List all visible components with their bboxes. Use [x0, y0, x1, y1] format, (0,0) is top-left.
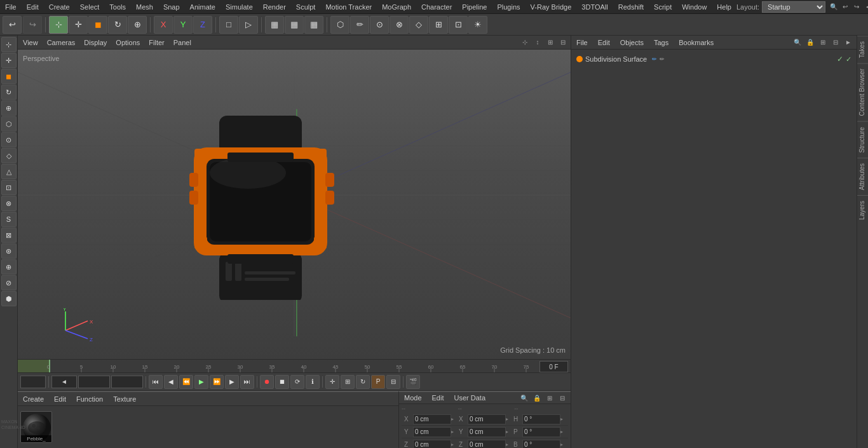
h-input[interactable]: 0 ° — [522, 414, 560, 424]
move-tool-pb[interactable]: ✛ — [325, 375, 339, 389]
menu-edit[interactable]: Edit — [22, 2, 44, 12]
y-pos-input[interactable]: 0 cm — [413, 427, 451, 437]
axis-x-btn[interactable]: X — [154, 16, 173, 34]
arrow-left-icon[interactable]: ◄ — [862, 1, 868, 13]
attr-menu-edit[interactable]: Edit — [430, 393, 447, 403]
extrude-btn[interactable]: ⊗ — [390, 16, 409, 34]
layout-select[interactable]: Startup — [762, 1, 825, 13]
grid-btn[interactable]: ⊞ — [429, 16, 448, 34]
menu-plugins[interactable]: Plugins — [492, 2, 525, 12]
left-tool-6[interactable]: ⬡ — [1, 116, 17, 132]
menu-pipeline[interactable]: Pipeline — [457, 2, 492, 12]
attr-collapse-icon[interactable]: ⊟ — [557, 392, 568, 404]
mat-menu-create[interactable]: Create — [20, 394, 46, 404]
render-region-btn[interactable]: ▦ — [265, 16, 284, 34]
scale-tool-btn[interactable]: ◼ — [88, 16, 107, 34]
obj-menu-edit[interactable]: Edit — [595, 37, 613, 48]
left-tool-4[interactable]: ↻ — [1, 85, 17, 100]
undo-btn[interactable]: ↩ — [3, 16, 22, 34]
obj-menu-objects[interactable]: Objects — [618, 37, 646, 48]
frame-end-display[interactable]: 90 F — [78, 376, 110, 388]
z2-pos-input[interactable]: 0 cm — [468, 440, 506, 449]
attr-expand-icon[interactable]: ⊞ — [544, 392, 555, 404]
x-pos-input[interactable]: 0 cm — [413, 414, 451, 424]
obj-menu-tags[interactable]: Tags — [651, 37, 671, 48]
undo-icon[interactable]: ↩ — [839, 1, 851, 13]
mat-menu-texture[interactable]: Texture — [111, 394, 139, 404]
attr-menu-userdata[interactable]: User Data — [452, 393, 489, 403]
play-btn[interactable]: ▶ — [194, 375, 208, 389]
left-tool-16[interactable]: ⊘ — [1, 275, 17, 290]
mat-menu-edit[interactable]: Edit — [51, 394, 69, 404]
z-pos-input[interactable]: 0 cm — [413, 440, 451, 449]
side-tab-content[interactable]: Content Browser — [857, 63, 868, 121]
prev-frame-btn[interactable]: ◀ — [164, 375, 178, 389]
left-tool-7[interactable]: ⊙ — [1, 132, 17, 147]
left-tool-17[interactable]: ⬢ — [1, 291, 17, 306]
view-menu-cameras[interactable]: Cameras — [44, 37, 78, 48]
side-tab-takes[interactable]: Takes — [857, 36, 868, 63]
viewport-icon-4[interactable]: ⊟ — [558, 37, 568, 48]
obj-arrow-right-icon[interactable]: ► — [843, 37, 854, 48]
view-menu-view[interactable]: View — [20, 37, 41, 48]
redo-btn[interactable]: ↪ — [23, 16, 42, 34]
render-anim-btn[interactable]: ▦ — [304, 16, 323, 34]
x2-pos-input[interactable]: 0 cm — [468, 414, 506, 424]
menu-window[interactable]: Window — [677, 2, 712, 12]
frame-end-input[interactable]: 90 F — [111, 376, 143, 388]
attr-search-icon[interactable]: 🔍 — [519, 392, 530, 404]
left-tool-5[interactable]: ⊕ — [1, 100, 17, 116]
light-btn[interactable]: ☀ — [468, 16, 487, 34]
grid-tool-pb[interactable]: ⊟ — [386, 375, 400, 389]
prev-step-btn[interactable]: ⏪ — [179, 375, 193, 389]
viewport-icon-3[interactable]: ⊞ — [545, 37, 555, 48]
redo-icon[interactable]: ↪ — [851, 1, 862, 13]
menu-3dtoall[interactable]: 3DTOAll — [576, 2, 613, 12]
left-tool-9[interactable]: △ — [1, 164, 17, 179]
menu-create[interactable]: Create — [44, 2, 75, 12]
view-cube-btn[interactable]: ⬡ — [330, 16, 349, 34]
frame-step-input[interactable] — [51, 376, 77, 388]
scale-tool-pb[interactable]: ⊞ — [341, 375, 355, 389]
left-tool-8[interactable]: ◇ — [1, 148, 17, 163]
menu-render[interactable]: Render — [258, 2, 291, 12]
view-menu-options[interactable]: Options — [113, 37, 142, 48]
menu-animate[interactable]: Animate — [185, 2, 220, 12]
menu-redshift[interactable]: Redshift — [613, 2, 649, 12]
side-tab-layers[interactable]: Layers — [857, 195, 868, 225]
side-tab-attributes[interactable]: Attributes — [857, 158, 868, 195]
viewport-icon-2[interactable]: ↕ — [532, 37, 543, 48]
info-btn[interactable]: ℹ — [306, 375, 320, 389]
camera-btn[interactable]: ⊡ — [449, 16, 468, 34]
obj-collapse-icon[interactable]: ⊟ — [830, 37, 841, 48]
mat-menu-function[interactable]: Function — [74, 394, 105, 404]
viewport-3d[interactable]: Perspective Grid Spacing : 10 cm X Y Z — [18, 50, 571, 359]
menu-mesh[interactable]: Mesh — [131, 2, 158, 12]
object-mode-btn[interactable]: □ — [219, 16, 238, 34]
y2-pos-input[interactable]: 0 cm — [468, 427, 506, 437]
frame-start-input[interactable]: 0 F — [20, 376, 46, 388]
next-frame-btn[interactable]: ▶ — [225, 375, 239, 389]
obj-menu-file[interactable]: File — [574, 37, 590, 48]
subdivision-surface-item[interactable]: Subdivision Surface ✏ ✏ ✓ ✓ — [574, 52, 854, 66]
view-menu-panel[interactable]: Panel — [171, 37, 194, 48]
menu-select[interactable]: Select — [75, 2, 105, 12]
p-input[interactable]: 0 ° — [522, 427, 560, 437]
rotate-tool-pb[interactable]: ↻ — [356, 375, 370, 389]
menu-snap[interactable]: Snap — [158, 2, 185, 12]
pen-btn[interactable]: ✏ — [350, 16, 369, 34]
obj-menu-bookmarks[interactable]: Bookmarks — [676, 37, 716, 48]
goto-end-btn[interactable]: ⏭ — [240, 375, 254, 389]
view-menu-display[interactable]: Display — [81, 37, 109, 48]
menu-script[interactable]: Script — [649, 2, 677, 12]
loop-btn[interactable]: ⟳ — [290, 375, 304, 389]
transform-tool-btn[interactable]: ⊕ — [128, 16, 147, 34]
left-tool-11[interactable]: ⊗ — [1, 196, 17, 211]
axis-z-btn[interactable]: Z — [193, 16, 212, 34]
left-tool-13[interactable]: ⊠ — [1, 227, 17, 243]
menu-vray[interactable]: V-Ray Bridge — [526, 2, 577, 12]
search-icon[interactable]: 🔍 — [828, 1, 839, 13]
loop-btn[interactable]: ⊙ — [370, 16, 389, 34]
left-tool-10[interactable]: ⊡ — [1, 180, 17, 195]
goto-start-btn[interactable]: ⏮ — [149, 375, 163, 389]
